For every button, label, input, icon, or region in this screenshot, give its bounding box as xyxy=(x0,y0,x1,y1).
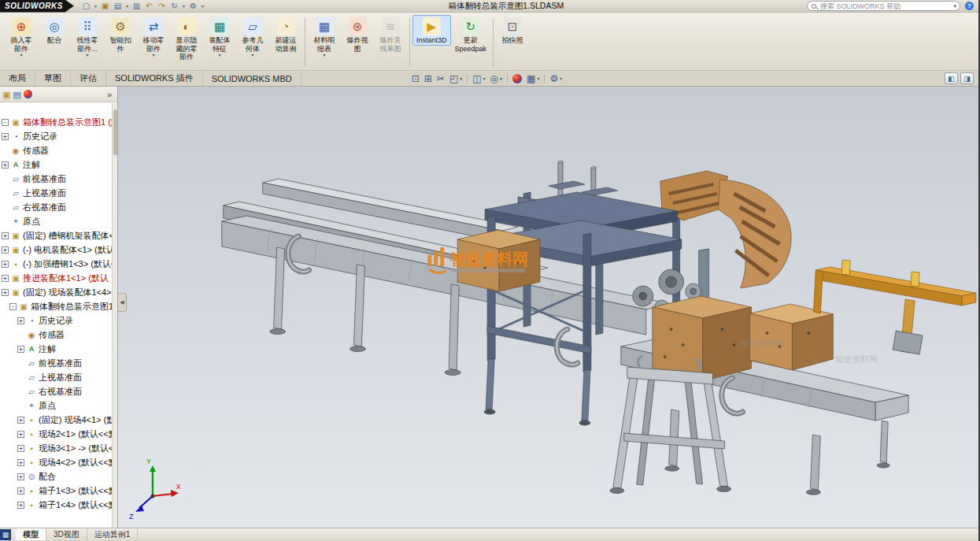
take-snapshot-button[interactable]: ⊡ 拍快照 xyxy=(496,15,529,46)
expand-toggle[interactable]: + xyxy=(2,261,9,268)
tree-item-right-plane[interactable]: ▱ 右视基准面 xyxy=(0,384,117,398)
tree-scrollbar[interactable] xyxy=(112,103,117,528)
chevrons-right-icon[interactable]: » xyxy=(107,90,115,99)
pane-right-icon[interactable]: ◨ xyxy=(960,72,974,84)
tab-model[interactable]: 模型 xyxy=(16,528,46,540)
redo-icon[interactable]: ↷ xyxy=(156,1,168,12)
view-settings-icon[interactable]: ⚙ xyxy=(549,74,558,83)
tree-item-top-plane[interactable]: ▱ 上视基准面 xyxy=(0,370,117,384)
show-hidden-components-button[interactable]: ◐ 显示隐 藏的零 部件 xyxy=(170,15,203,62)
expand-toggle[interactable]: + xyxy=(17,502,24,509)
chevron-down-icon[interactable]: ▾ xyxy=(200,3,205,9)
tree-item-motor-assembly[interactable]: + ▣ (-) 电机装配体<1> (默认< xyxy=(0,243,117,257)
pane-left-icon[interactable]: ◧ xyxy=(945,72,958,84)
bill-of-materials-button[interactable]: ▦ 材料明 细表 ▾ xyxy=(308,15,341,59)
tree-item-sub-assembly[interactable]: - ▣ 箱体翻转总装示意图1 xyxy=(0,299,117,313)
displaymanager-tab-icon[interactable] xyxy=(24,90,32,98)
zoom-fit-icon[interactable]: ⊡ xyxy=(412,74,420,83)
assembly-features-button[interactable]: ▦ 装配体 特征 ▾ xyxy=(203,15,236,59)
undo-icon[interactable]: ↶ xyxy=(143,1,155,12)
chevron-down-icon[interactable]: ▾ xyxy=(460,76,462,81)
help-icon[interactable]: ? xyxy=(965,2,974,10)
tree-item-sensors[interactable]: ◉ 传感器 xyxy=(0,143,117,157)
tab-mbd[interactable]: SOLIDWORKS MBD xyxy=(203,71,301,86)
new-document-icon[interactable]: ▢ xyxy=(80,1,92,12)
tree-item-channel-steel[interactable]: + ▪ (-) 加强槽钢1<3> (默认< xyxy=(0,257,117,271)
tree-item-site-assembly[interactable]: + ▣ (固定) 现场装配体1<4> ( xyxy=(0,285,117,299)
tree-item-origin[interactable]: ⌖ 原点 xyxy=(0,398,117,413)
chevron-down-icon[interactable]: ▾ xyxy=(537,76,539,81)
zoom-area-icon[interactable]: ⊞ xyxy=(424,74,432,83)
linear-component-pattern-button[interactable]: ⠿ 线性零 部件... ▾ xyxy=(71,15,104,59)
expand-toggle[interactable]: + xyxy=(2,289,9,296)
insert-component-button[interactable]: ⊕ 插入零 部件 ▾ xyxy=(5,15,38,59)
tree-item-origin[interactable]: ⌖ 原点 xyxy=(0,214,117,228)
chevron-down-icon[interactable]: ▾ xyxy=(500,76,502,81)
print-icon[interactable]: ▥ xyxy=(131,1,142,12)
tree-item-site4-1[interactable]: + ▪ (固定) 现场4<1> (默认 xyxy=(0,413,117,427)
new-motion-study-button[interactable]: ◔ 新建运 动算例 xyxy=(269,15,302,54)
tab-evaluate[interactable]: 评估 xyxy=(71,71,106,86)
search-dropdown-icon[interactable]: ▾ xyxy=(953,3,956,9)
section-view-icon[interactable]: ✂ xyxy=(437,74,445,83)
expand-toggle[interactable]: + xyxy=(17,459,24,466)
tab-addins[interactable]: SOLIDWORKS 插件 xyxy=(106,71,203,86)
tree-item-sensors[interactable]: ◉ 传感器 xyxy=(0,328,117,342)
tab-sketch[interactable]: 草图 xyxy=(35,71,71,86)
chevron-down-icon[interactable]: ▾ xyxy=(93,3,98,9)
tree-item-site3-1[interactable]: + ▪ 现场3<1> -> (默认< xyxy=(0,441,117,455)
tree-item-box1-3[interactable]: + ▪ 箱子1<3> (默认<<默认 xyxy=(0,484,117,498)
update-speedpak-button[interactable]: ↻ 更新 Speedpak xyxy=(451,15,491,54)
tree-item-frame-assembly[interactable]: + ▣ (固定) 槽钢机架装配体<1 xyxy=(0,228,117,243)
expand-toggle[interactable]: + xyxy=(17,317,24,324)
apply-scene-icon[interactable]: ▦ xyxy=(527,74,535,83)
expand-toggle[interactable]: + xyxy=(2,133,9,140)
tree-item-annotations[interactable]: + A 注解 xyxy=(0,157,117,172)
tree-item-annotations[interactable]: + A 注解 xyxy=(0,342,117,356)
hide-show-items-icon[interactable]: ◎ xyxy=(490,74,498,83)
chevron-down-icon[interactable]: ▾ xyxy=(560,76,562,81)
expand-toggle[interactable]: + xyxy=(2,275,9,282)
tree-item-root-assembly[interactable]: - ▣ 箱体翻转总装示意图1 (默 xyxy=(0,115,117,129)
save-icon[interactable]: ▤ xyxy=(112,1,124,12)
move-component-button[interactable]: ⇄ 移动零 部件 ▾ xyxy=(137,15,170,59)
viewport-canvas[interactable]: 智造资料网 智造资料网 智造资料网 Y xyxy=(118,87,978,528)
search-box[interactable]: ▾ xyxy=(807,1,960,11)
featuremanager-tab-icon[interactable]: ▣ xyxy=(2,90,10,99)
expand-toggle[interactable]: + xyxy=(17,473,24,480)
expand-toggle[interactable]: - xyxy=(9,303,17,310)
tree-item-box1-4[interactable]: + ▪ 箱子1<4> (默认<<默 xyxy=(0,498,117,512)
expand-toggle[interactable]: + xyxy=(17,431,24,438)
view-orientation-icon[interactable]: ◰ xyxy=(449,74,458,83)
tree-item-right-plane[interactable]: ▱ 右视基准面 xyxy=(0,200,117,214)
expand-toggle[interactable]: + xyxy=(17,346,24,353)
tree-item-history[interactable]: + ◔ 历史记录 xyxy=(0,129,117,143)
tree-item-push-assembly[interactable]: + ▣ 推进装配体1<1> (默认 xyxy=(0,271,117,285)
expand-toggle[interactable]: + xyxy=(2,232,9,239)
grid-icon[interactable]: ▦ xyxy=(0,529,11,540)
edit-appearance-icon[interactable] xyxy=(512,74,522,83)
tree-item-site2-1[interactable]: + ▪ 现场2<1> (默认<<默 xyxy=(0,427,117,441)
chevron-down-icon[interactable]: ▾ xyxy=(124,3,130,9)
smart-fasteners-button[interactable]: ⚙ 智能扣 件 xyxy=(104,15,137,54)
tree-scrollbar-thumb[interactable] xyxy=(113,109,117,155)
exploded-view-button[interactable]: ⊛ 爆炸视 图 xyxy=(341,15,374,54)
tree-item-front-plane[interactable]: ▱ 前视基准面 xyxy=(0,356,117,370)
mate-button[interactable]: ◎ 配合 xyxy=(38,15,71,46)
expand-toggle[interactable]: + xyxy=(17,417,24,424)
tree-item-top-plane[interactable]: ▱ 上视基准面 xyxy=(0,186,117,200)
tab-3d-views[interactable]: 3D视图 xyxy=(46,528,87,540)
expand-toggle[interactable]: + xyxy=(2,161,9,169)
options-icon[interactable]: ⚙ xyxy=(187,1,199,12)
tree-item-front-plane[interactable]: ▱ 前视基准面 xyxy=(0,172,117,186)
expand-toggle[interactable]: + xyxy=(2,246,9,254)
tree-item-mates[interactable]: + ⊙ 配合 xyxy=(0,469,117,484)
expand-toggle[interactable]: + xyxy=(17,445,24,452)
expand-toggle[interactable]: + xyxy=(17,487,24,495)
search-input[interactable] xyxy=(819,2,953,11)
panel-collapse-arrow[interactable]: ◀ xyxy=(118,293,127,312)
tab-motion-study[interactable]: 运动算例1 xyxy=(87,528,139,540)
viewport[interactable]: 智造资料网 智造资料网 智造资料网 Y xyxy=(118,87,978,528)
expand-toggle[interactable]: - xyxy=(2,119,9,126)
propertymanager-tab-icon[interactable]: ▤ xyxy=(13,90,20,99)
